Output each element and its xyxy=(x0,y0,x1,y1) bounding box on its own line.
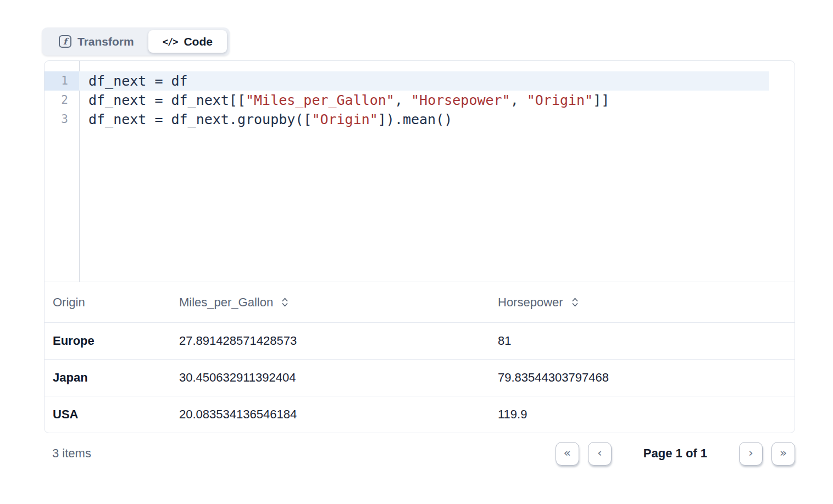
sort-icon[interactable] xyxy=(281,297,289,307)
last-page-button[interactable]: » xyxy=(771,442,795,466)
view-mode-toggle: f Transform </> Code xyxy=(42,27,230,55)
page-indicator: Page 1 of 1 xyxy=(643,446,707,461)
code-icon: </> xyxy=(163,36,178,47)
cell-horsepower: 79.83544303797468 xyxy=(498,371,795,385)
sort-icon[interactable] xyxy=(571,297,579,307)
items-count: 3 items xyxy=(44,446,91,461)
function-icon: f xyxy=(59,35,71,48)
line-number: 1 xyxy=(45,71,79,91)
code-text: df_next = df_next[["Miles_per_Gallon", "… xyxy=(79,91,609,110)
column-header-miles-per-gallon[interactable]: Miles_per_Gallon xyxy=(179,295,498,310)
tab-transform[interactable]: f Transform xyxy=(45,30,148,53)
page: f Transform </> Code 1 df_next = df 2 df… xyxy=(0,0,833,504)
tab-transform-label: Transform xyxy=(77,35,134,48)
tab-code[interactable]: </> Code xyxy=(148,30,227,53)
tab-code-label: Code xyxy=(184,35,213,48)
cell-origin: Europe xyxy=(53,334,179,348)
cell-miles-per-gallon: 20.083534136546184 xyxy=(179,407,498,422)
pagination: « ‹ Page 1 of 1 › » xyxy=(556,442,795,466)
prev-page-button[interactable]: ‹ xyxy=(588,442,612,466)
next-page-button[interactable]: › xyxy=(739,442,763,466)
transform-card: 1 df_next = df 2 df_next = df_next[["Mil… xyxy=(44,60,795,433)
table-row[interactable]: Japan 30.450632911392404 79.835443037974… xyxy=(45,359,795,396)
first-page-button[interactable]: « xyxy=(556,442,579,466)
code-line-2[interactable]: 2 df_next = df_next[["Miles_per_Gallon",… xyxy=(45,91,795,110)
line-number: 3 xyxy=(45,110,79,129)
table-footer: 3 items « ‹ Page 1 of 1 › » xyxy=(44,437,795,470)
code-editor[interactable]: 1 df_next = df 2 df_next = df_next[["Mil… xyxy=(45,61,795,282)
cell-miles-per-gallon: 30.450632911392404 xyxy=(179,371,498,385)
line-number: 2 xyxy=(45,91,79,110)
cell-origin: Japan xyxy=(53,371,179,385)
table-row[interactable]: Europe 27.891428571428573 81 xyxy=(45,322,795,359)
code-text: df_next = df_next.groupby(["Origin"]).me… xyxy=(79,110,452,129)
table-header: Origin Miles_per_Gallon Horsepower xyxy=(45,282,795,322)
double-chevron-left-icon: « xyxy=(564,447,571,459)
cell-miles-per-gallon: 27.891428571428573 xyxy=(179,334,498,348)
table-row[interactable]: USA 20.083534136546184 119.9 xyxy=(45,396,795,433)
double-chevron-right-icon: » xyxy=(780,447,787,459)
code-line-3[interactable]: 3 df_next = df_next.groupby(["Origin"]).… xyxy=(45,110,795,129)
cell-origin: USA xyxy=(53,407,179,422)
code-text: df_next = df xyxy=(79,71,188,91)
chevron-left-icon: ‹ xyxy=(597,447,602,459)
cell-horsepower: 119.9 xyxy=(498,407,795,422)
column-header-horsepower[interactable]: Horsepower xyxy=(498,295,795,310)
code-line-1[interactable]: 1 df_next = df xyxy=(45,71,769,91)
cell-horsepower: 81 xyxy=(498,334,795,348)
column-header-origin: Origin xyxy=(53,295,179,310)
chevron-right-icon: › xyxy=(748,447,753,459)
